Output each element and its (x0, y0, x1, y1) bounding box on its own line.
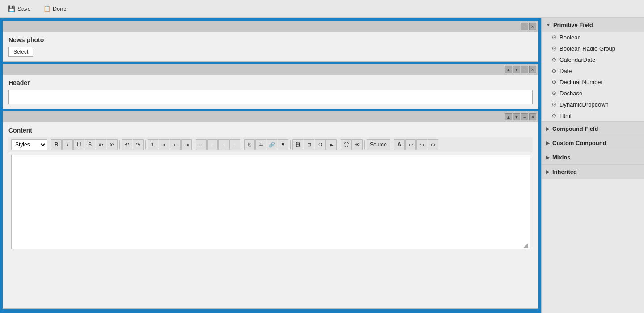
sidebar-section-header-custom-compound[interactable]: ▶ Custom Compound (542, 136, 644, 150)
source-btn[interactable]: Source (367, 139, 390, 150)
media-btn[interactable]: ▶ (326, 139, 337, 150)
news-photo-panel-header: – ✕ (3, 21, 538, 32)
primitive-field-items: ⚙ Boolean ⚙ Boolean Radio Group ⚙ Calend… (542, 32, 644, 121)
sidebar-section-mixins: ▶ Mixins (542, 150, 644, 165)
sidebar-section-header-inherited[interactable]: ▶ Inherited (542, 165, 644, 179)
sidebar-item-boolean[interactable]: ⚙ Boolean (542, 32, 644, 43)
gear-icon-decimal-number: ⚙ (551, 79, 557, 86)
dynamic-dropdown-label: DynamicDropdown (559, 101, 609, 108)
news-photo-body: News photo Select (3, 32, 538, 61)
header-label: Header (8, 79, 533, 86)
strikethrough-btn[interactable]: S (85, 139, 95, 150)
sidebar-item-boolean-radio-group[interactable]: ⚙ Boolean Radio Group (542, 43, 644, 54)
styles-select[interactable]: Styles (11, 139, 47, 150)
gear-icon-boolean: ⚙ (551, 34, 557, 41)
link-btn[interactable]: 🔗 (267, 139, 277, 150)
move-down-header-btn[interactable]: ▼ (513, 66, 520, 73)
copy-format-btn[interactable]: ⎘ (244, 139, 255, 150)
save-button[interactable]: 💾 Save (5, 4, 34, 14)
move-up-header-btn[interactable]: ▲ (505, 66, 512, 73)
news-photo-label: News photo (8, 36, 533, 43)
save-icon: 💾 (8, 5, 15, 12)
rte-toolbar: Styles B I U S x₂ x² ↶ (8, 137, 533, 152)
gear-icon-boolean-radio-group: ⚙ (551, 45, 557, 52)
preview-btn[interactable]: 👁 (352, 139, 363, 150)
rte-divider-3 (145, 140, 146, 149)
top-toolbar: 💾 Save 📋 Done (0, 0, 644, 18)
sidebar-item-html[interactable]: ⚙ Html (542, 110, 644, 121)
code-btn[interactable]: <> (428, 139, 438, 150)
subscript-btn[interactable]: x₂ (96, 139, 106, 150)
image-btn[interactable]: 🖼 (292, 139, 303, 150)
header-panel-controls: ▲ ▼ – ✕ (505, 66, 536, 73)
italic-btn[interactable]: I (62, 139, 73, 150)
special-char-btn[interactable]: Ω (315, 139, 326, 150)
sidebar-item-dynamic-dropdown[interactable]: ⚙ DynamicDropdown (542, 99, 644, 110)
table-btn[interactable]: ⊞ (304, 139, 314, 150)
news-photo-panel: – ✕ News photo Select (3, 21, 538, 62)
rte-divider-4 (194, 140, 194, 149)
html-label: Html (559, 112, 572, 119)
align-group: ≡ ≡ ≡ ≡ (196, 139, 240, 150)
undo-btn[interactable]: ↶ (122, 139, 132, 150)
sidebar-section-custom-compound: ▶ Custom Compound (542, 136, 644, 150)
rte-content-area[interactable]: ◢ (11, 155, 530, 249)
move-up-content-btn[interactable]: ▲ (505, 113, 512, 120)
underline-btn[interactable]: U (73, 139, 84, 150)
gear-icon-html: ⚙ (551, 112, 557, 119)
minimize-news-photo-btn[interactable]: – (521, 23, 528, 30)
sidebar-item-decimal-number[interactable]: ⚙ Decimal Number (542, 77, 644, 88)
indent-less-btn[interactable]: ⇤ (170, 139, 181, 150)
rte-divider-6 (290, 140, 291, 149)
right-sidebar: ▼ Primitive Field ⚙ Boolean ⚙ Boolean Ra… (541, 18, 644, 313)
remove-format-btn[interactable]: T̶ (255, 139, 266, 150)
ordered-list-btn[interactable]: 1. (148, 139, 158, 150)
close-content-btn[interactable]: ✕ (529, 113, 536, 120)
align-right-btn[interactable]: ≡ (218, 139, 229, 150)
indent-more-btn[interactable]: ⇥ (181, 139, 192, 150)
align-left-btn[interactable]: ≡ (196, 139, 207, 150)
move-down-content-btn[interactable]: ▼ (513, 113, 520, 120)
undo-redo-group: ↶ ↷ (122, 139, 144, 150)
font-history-group: A ↩ ↪ <> (394, 139, 438, 150)
header-body: Header (3, 75, 538, 109)
docbase-label: Docbase (559, 90, 582, 97)
font-size-btn[interactable]: A (394, 139, 405, 150)
insert-group: 🖼 ⊞ Ω ▶ (292, 139, 337, 150)
done-label: Done (53, 5, 67, 12)
sidebar-item-date[interactable]: ⚙ Date (542, 65, 644, 77)
sidebar-item-calendar-date[interactable]: ⚙ CalendarDate (542, 54, 644, 65)
sidebar-section-header-mixins[interactable]: ▶ Mixins (542, 150, 644, 164)
sidebar-item-docbase[interactable]: ⚙ Docbase (542, 88, 644, 99)
align-center-btn[interactable]: ≡ (207, 139, 218, 150)
rte-divider-9 (392, 140, 392, 149)
content-panel-controls: ▲ ▼ – ✕ (505, 113, 536, 120)
header-input[interactable] (8, 90, 533, 104)
sidebar-section-header-compound-field[interactable]: ▶ Compound Field (542, 122, 644, 136)
primitive-field-label: Primitive Field (553, 21, 593, 28)
custom-compound-triangle: ▶ (546, 141, 550, 146)
redo2-btn[interactable]: ↪ (416, 139, 427, 150)
superscript-btn[interactable]: x² (107, 139, 118, 150)
decimal-number-label: Decimal Number (559, 79, 603, 86)
bold-btn[interactable]: B (51, 139, 62, 150)
minimize-content-btn[interactable]: – (521, 113, 528, 120)
rte-resize-handle[interactable]: ◢ (523, 242, 529, 248)
align-justify-btn[interactable]: ≡ (229, 139, 240, 150)
minimize-header-btn[interactable]: – (521, 66, 528, 73)
misc-format-group: ⎘ T̶ 🔗 ⚑ (244, 139, 288, 150)
close-header-btn[interactable]: ✕ (529, 66, 536, 73)
sidebar-section-compound-field: ▶ Compound Field (542, 122, 644, 136)
close-news-photo-btn[interactable]: ✕ (529, 23, 536, 30)
fullscreen-btn[interactable]: ⛶ (341, 139, 352, 150)
content-label: Content (8, 127, 533, 134)
done-button[interactable]: 📋 Done (41, 4, 69, 14)
news-photo-controls: – ✕ (521, 23, 536, 30)
flag-btn[interactable]: ⚑ (278, 139, 288, 150)
news-photo-select-btn[interactable]: Select (8, 47, 33, 57)
redo-btn[interactable]: ↷ (133, 139, 144, 150)
unordered-list-btn[interactable]: • (159, 139, 169, 150)
compound-field-label: Compound Field (552, 125, 598, 132)
undo2-btn[interactable]: ↩ (405, 139, 416, 150)
sidebar-section-header-primitive-field[interactable]: ▼ Primitive Field (542, 18, 644, 32)
